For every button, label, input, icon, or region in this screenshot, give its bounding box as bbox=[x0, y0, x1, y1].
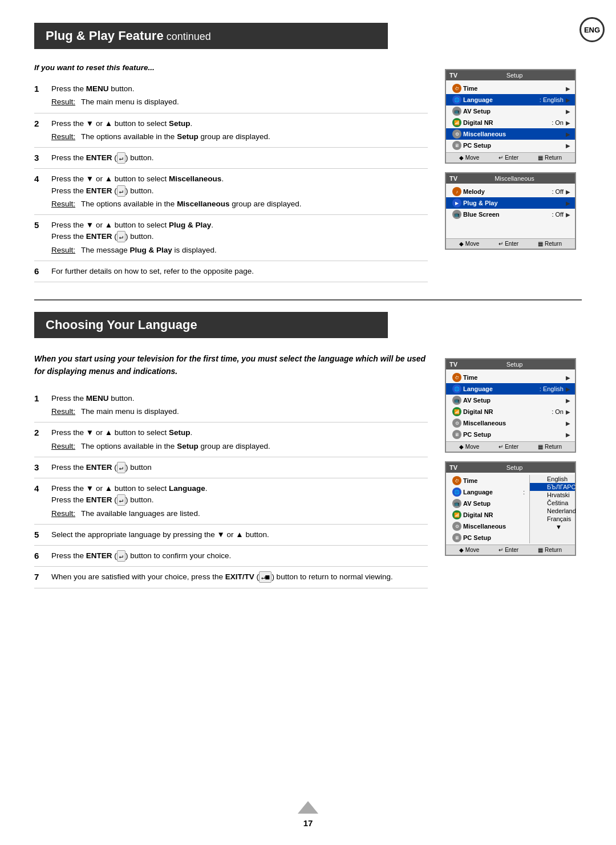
step-2-6: 6 Press the ENTER (↵) button to confirm … bbox=[34, 546, 428, 567]
section1-content: If you want to reset this feature... 1 P… bbox=[34, 63, 582, 282]
tv-lang-screen: TV Setup ⏱ Time 🌐 bbox=[445, 461, 576, 556]
step-1-6: 6 For further details on how to set, ref… bbox=[34, 261, 428, 282]
step-1-3: 3 Press the ENTER (↵) button. bbox=[34, 148, 428, 169]
section-divider bbox=[34, 299, 582, 300]
tv-misc-screen: TV Miscellaneous ♪ Melody : Off ▶ ▶ Plug… bbox=[445, 172, 576, 250]
step-1-1: 1 Press the MENU button. Result: The mai… bbox=[34, 79, 428, 113]
tv-setup-screen2: TV Setup ⏱ Time ▶ 🌐 Language : English bbox=[445, 358, 576, 453]
section1-left: If you want to reset this feature... 1 P… bbox=[34, 63, 433, 282]
section2-content: When you start using your television for… bbox=[34, 352, 582, 588]
section-language: Choosing Your Language When you start us… bbox=[34, 312, 582, 588]
section1-screens: TV Setup ⏱ Time ▶ 🌐 Language : English bbox=[445, 63, 582, 282]
section1-title-main: Plug & Play Feature bbox=[46, 29, 164, 43]
step-2-5: 5 Select the appropriate language by pre… bbox=[34, 525, 428, 546]
step-2-3: 3 Press the ENTER (↵) button bbox=[34, 457, 428, 478]
tv-setup-screen1: TV Setup ⏱ Time ▶ 🌐 Language : English bbox=[445, 69, 576, 164]
step-2-1: 1 Press the MENU button. Result: The mai… bbox=[34, 388, 428, 423]
section2-left: When you start using your television for… bbox=[34, 352, 433, 588]
page-num-triangle bbox=[298, 801, 318, 814]
result-1-5: Result: The message Plug & Play is displ… bbox=[51, 245, 428, 256]
section2-title: Choosing Your Language bbox=[46, 318, 197, 332]
result-1-1: Result: The main menu is displayed. bbox=[51, 96, 428, 108]
step-2-7: 7 When you are satisfied with your choic… bbox=[34, 567, 428, 588]
result-1-2: Result: The options available in the Set… bbox=[51, 131, 428, 143]
section2-intro: When you start using your television for… bbox=[34, 352, 428, 378]
page-content: Plug & Play Feature continued If you wan… bbox=[0, 0, 616, 845]
section1-header: Plug & Play Feature continued bbox=[34, 23, 388, 49]
result-1-4: Result: The options available in the Mis… bbox=[51, 198, 428, 210]
section1-title-sub: continued bbox=[164, 31, 211, 42]
section-plug-play: Plug & Play Feature continued If you wan… bbox=[34, 23, 582, 282]
reset-label: If you want to reset this feature... bbox=[34, 63, 428, 72]
section2-screens: TV Setup ⏱ Time ▶ 🌐 Language : English bbox=[445, 352, 582, 588]
step-1-5: 5 Press the ▼ or ▲ button to select Plug… bbox=[34, 215, 428, 261]
step-2-4: 4 Press the ▼ or ▲ button to select Lang… bbox=[34, 478, 428, 525]
section2-header: Choosing Your Language bbox=[34, 312, 388, 338]
page-number: 17 bbox=[303, 818, 313, 828]
step-2-2: 2 Press the ▼ or ▲ button to select Setu… bbox=[34, 422, 428, 457]
step-1-2: 2 Press the ▼ or ▲ button to select Setu… bbox=[34, 113, 428, 148]
step-1-4: 4 Press the ▼ or ▲ button to select Misc… bbox=[34, 169, 428, 215]
